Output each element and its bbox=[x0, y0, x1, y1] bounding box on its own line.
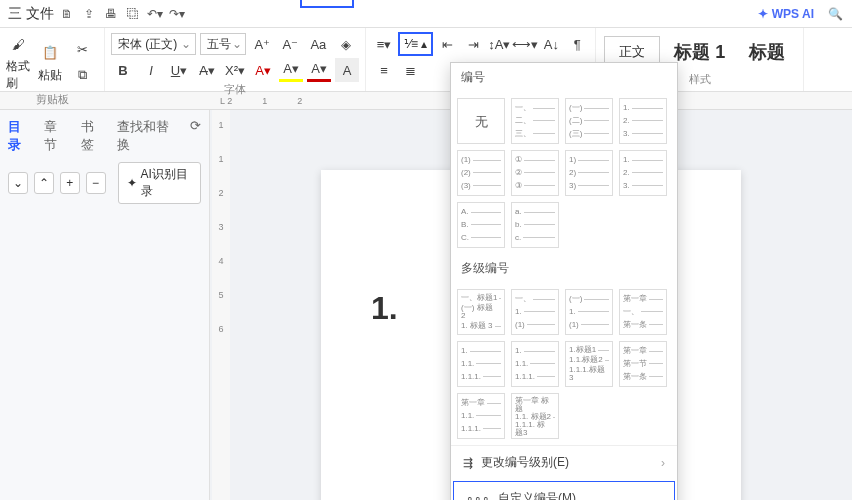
save-icon[interactable]: 🗎 bbox=[58, 5, 76, 23]
multilevel-preset[interactable]: 第一章 标题1.1. 标题21.1.1. 标题3 bbox=[511, 393, 559, 439]
superscript-icon[interactable]: X²▾ bbox=[223, 58, 247, 82]
bold-icon[interactable]: B bbox=[111, 58, 135, 82]
multilevel-preset[interactable]: 一、标题1(一) 标题 21. 标题 3 bbox=[457, 289, 505, 335]
font-size-select[interactable]: 五号 bbox=[200, 33, 246, 55]
add-icon[interactable]: + bbox=[60, 172, 80, 194]
font-color-icon[interactable]: A▾ bbox=[307, 58, 331, 82]
undo-icon[interactable]: ↶▾ bbox=[146, 5, 164, 23]
tab-page[interactable]: 页面 bbox=[408, 0, 458, 8]
app-menu[interactable]: 三 文件 bbox=[8, 5, 54, 23]
sidebar-tab-toc[interactable]: 目录 bbox=[8, 118, 32, 154]
copy-icon[interactable]: ⧉ bbox=[70, 63, 94, 87]
numbering-preset[interactable]: 1.2.3. bbox=[619, 150, 667, 196]
text-effect-icon[interactable]: A▾ bbox=[251, 58, 275, 82]
numbering-preset[interactable]: a.b.c. bbox=[511, 202, 559, 248]
vertical-ruler[interactable]: 1123456 bbox=[212, 110, 230, 500]
multilevel-preset[interactable]: 第一章1.1.1.1.1. bbox=[457, 393, 505, 439]
multilevel-section-label: 多级编号 bbox=[451, 254, 677, 283]
preview-icon[interactable]: ⿻ bbox=[124, 5, 142, 23]
tab-member[interactable]: 会员专享 bbox=[668, 0, 744, 8]
print-icon[interactable]: 🖶 bbox=[102, 5, 120, 23]
numbering-section-label: 编号 bbox=[451, 63, 677, 92]
format-painter-icon[interactable]: 🖌 bbox=[6, 32, 30, 56]
change-level-label: 更改编号级别(E) bbox=[481, 454, 569, 471]
highlight-icon[interactable]: A▾ bbox=[279, 58, 303, 82]
redo-icon[interactable]: ↷▾ bbox=[168, 5, 186, 23]
indent-dec-icon[interactable]: ⇤ bbox=[435, 32, 459, 56]
style-h1[interactable]: 标题 1 bbox=[674, 40, 725, 64]
numbering-preset[interactable]: 1)2)3) bbox=[565, 150, 613, 196]
numbering-preset[interactable]: (一)(二)(三) bbox=[565, 98, 613, 144]
increase-font-icon[interactable]: A⁺ bbox=[250, 32, 274, 56]
align-left-icon[interactable]: ≡ bbox=[372, 58, 396, 82]
paste-label: 粘贴 bbox=[38, 67, 62, 84]
multilevel-preset[interactable]: (一)1.(1) bbox=[565, 289, 613, 335]
clear-format-icon[interactable]: ◈ bbox=[334, 32, 358, 56]
ai-toc-button[interactable]: ✦ AI识别目录 bbox=[118, 162, 202, 204]
multilevel-preset[interactable]: 一、1.(1) bbox=[511, 289, 559, 335]
sidebar-tab-bookmark[interactable]: 书签 bbox=[81, 118, 105, 154]
tab-tools[interactable]: 工具 bbox=[616, 0, 666, 8]
search-icon[interactable]: 🔍 bbox=[826, 5, 844, 23]
sidebar-tab-chapter[interactable]: 章节 bbox=[44, 118, 68, 154]
change-case-icon[interactable]: Aa bbox=[306, 32, 330, 56]
multilevel-preset[interactable]: 1.1.1.1.1.1. bbox=[457, 341, 505, 387]
sidebar-refresh-icon[interactable]: ⟳ bbox=[190, 118, 201, 154]
align-center-icon[interactable]: ≣ bbox=[398, 58, 422, 82]
clipboard-group-label: 剪贴板 bbox=[6, 92, 98, 107]
numbering-preset[interactable]: 1.2.3. bbox=[619, 98, 667, 144]
para-mark-icon[interactable]: ¶ bbox=[565, 32, 589, 56]
numbering-preset[interactable]: ①②③ bbox=[511, 150, 559, 196]
multilevel-preset[interactable]: 1.1.1.1.1.1. bbox=[511, 341, 559, 387]
ai-toc-label: AI识别目录 bbox=[141, 166, 193, 200]
remove-icon[interactable]: − bbox=[86, 172, 106, 194]
multilevel-preset[interactable]: 第一章第一节第一条 bbox=[619, 341, 667, 387]
tab-ref[interactable]: 引用 bbox=[460, 0, 510, 8]
style-h2[interactable]: 标题 bbox=[749, 40, 785, 64]
numbering-preset[interactable]: 一、二、三、 bbox=[511, 98, 559, 144]
format-painter-label: 格式刷 bbox=[6, 58, 34, 92]
tab-review[interactable]: 审阅 bbox=[512, 0, 562, 8]
tab-start[interactable]: 开始 bbox=[300, 0, 354, 8]
custom-numbering-button[interactable]: ∘∘∘ 自定义编号(M)... bbox=[453, 481, 675, 500]
italic-icon[interactable]: I bbox=[139, 58, 163, 82]
numbering-preset[interactable]: (1)(2)(3) bbox=[457, 150, 505, 196]
tab-view[interactable]: 视图 bbox=[564, 0, 614, 8]
collapse-icon[interactable]: ⌄ bbox=[8, 172, 28, 194]
char-scale-icon[interactable]: ⟷▾ bbox=[513, 32, 537, 56]
number-list-button[interactable]: ⅟≡ ▴ bbox=[398, 32, 433, 56]
decrease-font-icon[interactable]: A⁻ bbox=[278, 32, 302, 56]
hierarchy-icon: ⇶ bbox=[463, 456, 473, 470]
numbering-preset[interactable]: A.B.C. bbox=[457, 202, 505, 248]
chevron-right-icon: › bbox=[661, 456, 665, 470]
expand-icon[interactable]: ⌃ bbox=[34, 172, 54, 194]
underline-icon[interactable]: U▾ bbox=[167, 58, 191, 82]
change-level-button[interactable]: ⇶ 更改编号级别(E) › bbox=[451, 445, 677, 479]
multilevel-preset[interactable]: 1.标题11.1.标题21.1.1.标题3 bbox=[565, 341, 613, 387]
phonetic-icon[interactable]: A bbox=[335, 58, 359, 82]
bullet-list-icon[interactable]: ≡▾ bbox=[372, 32, 396, 56]
more-icon: ∘∘∘ bbox=[466, 492, 490, 501]
font-family-select[interactable]: 宋体 (正文) bbox=[111, 33, 196, 55]
paste-icon[interactable]: 📋 bbox=[38, 41, 62, 65]
font-group-label: 字体 bbox=[111, 82, 359, 97]
numbering-none[interactable]: 无 bbox=[457, 98, 505, 144]
tab-thesis[interactable]: 论文助手 bbox=[746, 0, 822, 8]
strike-icon[interactable]: A̶▾ bbox=[195, 58, 219, 82]
sidebar-tab-find[interactable]: 查找和替换 bbox=[117, 118, 178, 154]
custom-numbering-label: 自定义编号(M)... bbox=[498, 490, 586, 500]
indent-inc-icon[interactable]: ⇥ bbox=[461, 32, 485, 56]
cut-icon[interactable]: ✂ bbox=[70, 37, 94, 61]
sort-icon[interactable]: A↓ bbox=[539, 32, 563, 56]
text-dir-icon[interactable]: ↕A▾ bbox=[487, 32, 511, 56]
share-icon[interactable]: ⇪ bbox=[80, 5, 98, 23]
tab-insert[interactable]: 插入 bbox=[356, 0, 406, 8]
multilevel-preset[interactable]: 第一章一、第一条 bbox=[619, 289, 667, 335]
numbering-dropdown: 编号 无 一、二、三、 (一)(二)(三) 1.2.3. (1)(2)(3) ①… bbox=[450, 62, 678, 500]
